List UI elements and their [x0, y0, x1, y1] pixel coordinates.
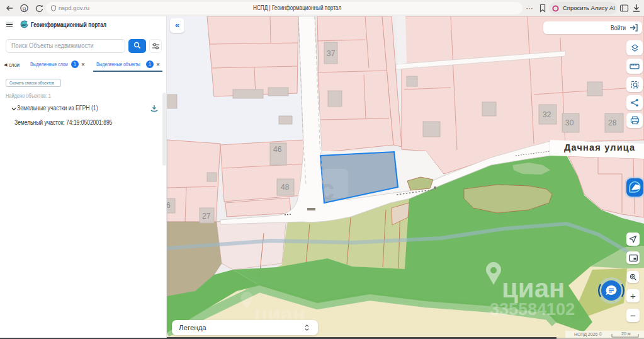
svg-text:335584102: 335584102: [490, 300, 575, 319]
svg-text:37: 37: [327, 49, 336, 58]
svg-text:30: 30: [565, 118, 574, 127]
svg-text:48: 48: [281, 183, 290, 192]
svg-text:Я: Я: [23, 6, 26, 12]
svg-text:46: 46: [273, 145, 282, 154]
svg-text:циан: циан: [502, 273, 565, 303]
svg-text:27: 27: [202, 212, 211, 221]
svg-text:28: 28: [608, 118, 617, 127]
svg-text:Дачная улица: Дачная улица: [564, 142, 635, 152]
svg-text:32: 32: [543, 110, 551, 119]
svg-text:6: 6: [167, 201, 171, 210]
